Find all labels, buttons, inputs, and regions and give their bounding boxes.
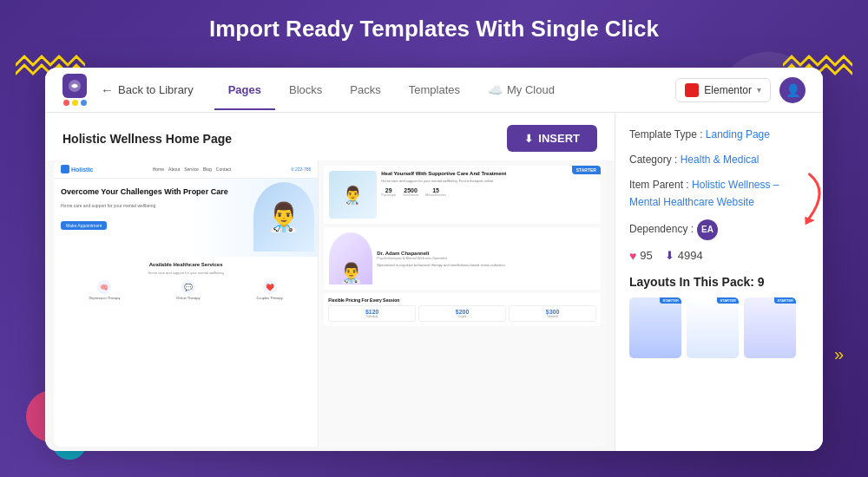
online-therapy-icon: 💬 [181, 280, 195, 294]
mini-hero: Overcome Your Challenges With Proper Car… [54, 179, 318, 257]
likes-count: 95 [640, 249, 652, 262]
insert-label: INSERT [538, 132, 580, 145]
price-card-individual: $120 Individual [328, 305, 416, 322]
mini-services-title: Available Healthcare Services [61, 262, 311, 267]
mini-services: Available Healthcare Services Home care … [54, 257, 318, 305]
mini-logo-icon [61, 165, 69, 173]
layout-starter-badge-2: STARTER [717, 297, 739, 304]
brand-logo [62, 74, 87, 106]
service-item-depression: 🧠 Depression Therapy [89, 280, 120, 300]
depression-icon: 🧠 [97, 280, 111, 294]
user-avatar[interactable]: 👤 [779, 77, 806, 103]
downloads-stat: ⬇ 4994 [665, 249, 703, 262]
stat-patients: 2500 Total Patients [403, 187, 418, 197]
layout-thumb-1[interactable]: STARTER [629, 297, 681, 358]
navigation-bar: ← Back to Library Pages Blocks Packs Tem… [45, 68, 823, 113]
preview-right: STARTER 👨‍⚕️ Heal Yourself With Supporti… [319, 160, 606, 447]
mini-doctor-text: Dr. Adam Chapanneli Psychotherapist & Me… [377, 251, 595, 267]
tab-mycloud[interactable]: ☁️ My Cloud [474, 69, 569, 111]
template-preview: Holistic Home About Service Blog Contact… [54, 160, 606, 447]
download-icon: ⬇ [665, 249, 674, 262]
tab-packs[interactable]: Packs [336, 69, 394, 110]
doctor-subtitle: Psychotherapist & Mental Wellness Specia… [377, 256, 595, 260]
layouts-grid: STARTER STARTER STARTER [629, 297, 809, 358]
content-area: Holistic Wellness Home Page ⬇ INSERT Hol… [45, 113, 823, 451]
back-arrow-icon: ← [101, 82, 114, 97]
stat-branches: 15 Medical Branches [425, 187, 446, 197]
mini-cta-btn: Make Appointment [61, 221, 107, 230]
layout-starter-badge-3: STARTER [774, 297, 796, 304]
back-to-library-button[interactable]: ← Back to Library [101, 82, 194, 97]
chevron-decoration: » [834, 344, 844, 364]
mini-panel-text: Heal Yourself With Supportive Care And T… [381, 171, 595, 219]
mini-doctor-image: 👨‍⚕️ [329, 232, 372, 284]
elementor-label: Elementor [704, 84, 752, 96]
brand-icon [62, 74, 87, 98]
couples-therapy-icon: ❤️ [263, 280, 277, 294]
cloud-icon: ☁️ [488, 83, 503, 97]
likes-stat: ♥ 95 [629, 249, 653, 263]
preview-left: Holistic Home About Service Blog Contact… [54, 160, 319, 447]
service-item-couples: ❤️ Couples Therapy [256, 280, 282, 300]
mini-stats: 29 Psychologist 2500 Total Patients [381, 187, 595, 197]
preview-header: Holistic Wellness Home Page ⬇ INSERT [45, 113, 615, 160]
dot-blue [81, 100, 87, 106]
back-label: Back to Library [118, 83, 194, 96]
downloads-count: 4994 [678, 249, 703, 262]
mini-nav-links: Home About Service Blog Contact [153, 167, 231, 172]
page-heading: Import Ready Templates With Single Click [0, 0, 868, 53]
layout-thumb-2[interactable]: STARTER [687, 297, 739, 358]
mini-hero-image: 👨‍⚕️ [253, 182, 314, 252]
info-dependency: Dependency : EA [629, 219, 809, 240]
preview-right-content: STARTER 👨‍⚕️ Heal Yourself With Supporti… [319, 160, 606, 447]
heart-icon: ♥ [629, 249, 636, 263]
starter-badge-top: STARTER [572, 166, 601, 174]
download-insert-icon: ⬇ [524, 133, 533, 145]
mini-services-sub: Home care and support for your mental we… [61, 271, 311, 275]
layout-starter-badge-1: STARTER [660, 297, 681, 304]
price-card-couple: $200 Couple [418, 305, 506, 322]
mini-panel-pricing: Flexible Pricing For Every Session $120 … [324, 293, 601, 326]
mini-nav: Holistic Home About Service Blog Contact… [54, 160, 318, 179]
chevron-down-icon: ▾ [757, 85, 761, 95]
mini-panel-top: STARTER 👨‍⚕️ Heal Yourself With Supporti… [324, 166, 601, 224]
tab-pages[interactable]: Pages [214, 69, 275, 110]
insert-button[interactable]: ⬇ INSERT [507, 125, 597, 152]
elementor-dropdown[interactable]: Elementor ▾ [675, 78, 771, 102]
layouts-title: Layouts In This Pack: 9 [629, 275, 809, 289]
mini-panel-title: Heal Yourself With Supportive Care And T… [381, 171, 595, 176]
main-card: ← Back to Library Pages Blocks Packs Tem… [45, 68, 823, 451]
mini-panel-image: 👨‍⚕️ [329, 171, 377, 219]
nav-tabs: Pages Blocks Packs Templates ☁️ My Cloud [214, 69, 669, 111]
user-icon: 👤 [786, 83, 800, 97]
stat-psychologist: 29 Psychologist [381, 187, 396, 197]
pricing-cards: $120 Individual $200 Couple $300 Unlimit… [328, 305, 596, 322]
tab-blocks[interactable]: Blocks [275, 69, 336, 110]
pricing-title: Flexible Pricing For Every Session [328, 297, 596, 303]
template-title: Holistic Wellness Home Page [62, 132, 232, 146]
dependency-badge: EA [697, 219, 718, 240]
dot-red [63, 100, 69, 106]
info-panel: Template Type : Landing Page Category : … [615, 113, 823, 451]
elementor-logo-icon [685, 83, 699, 97]
brand-dots [63, 100, 87, 106]
layout-thumb-3[interactable]: STARTER [744, 297, 796, 358]
dot-yellow [72, 100, 78, 106]
nav-right: Elementor ▾ 👤 [675, 77, 806, 103]
info-category: Category : Health & Medical [629, 152, 809, 168]
preview-area: Holistic Wellness Home Page ⬇ INSERT Hol… [45, 113, 615, 451]
mini-services-icons: 🧠 Depression Therapy 💬 Online Therapy ❤️… [61, 280, 311, 300]
svg-marker-1 [801, 215, 814, 228]
info-template-type: Template Type : Landing Page [629, 127, 809, 143]
mini-panel-mid: 👨‍⚕️ Dr. Adam Chapanneli Psychotherapist… [324, 227, 601, 290]
mini-brand: Holistic [61, 165, 93, 173]
mini-panel-desc: Home care and support for your mental we… [381, 179, 595, 184]
price-card-unlimited: $300 Unlimited [509, 305, 596, 322]
service-item-online: 💬 Online Therapy [176, 280, 200, 300]
stats-row: ♥ 95 ⬇ 4994 [629, 249, 809, 263]
tab-templates[interactable]: Templates [395, 69, 474, 110]
